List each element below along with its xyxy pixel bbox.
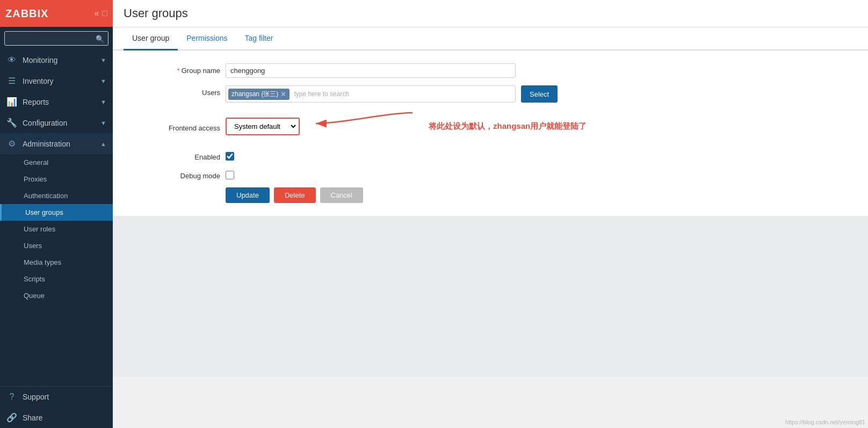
sidebar-item-configuration[interactable]: 🔧 Configuration ▼ <box>0 112 113 133</box>
sidebar-item-proxies[interactable]: Proxies <box>0 171 113 187</box>
configuration-icon: 🔧 <box>6 118 17 128</box>
sidebar-item-users[interactable]: Users <box>0 237 113 254</box>
group-name-control <box>226 63 516 78</box>
tab-user-group[interactable]: User group <box>124 27 178 50</box>
gray-area <box>113 216 868 377</box>
frontend-access-row: Frontend access System default Internal … <box>124 110 857 142</box>
inventory-icon: ☰ <box>6 76 17 86</box>
enabled-label: Enabled <box>124 150 220 161</box>
form-buttons: Update Delete Cancel <box>226 187 857 203</box>
sidebar-item-reports[interactable]: 📊 Reports ▼ <box>0 91 113 112</box>
layout-icon[interactable]: □ <box>102 9 107 18</box>
frontend-access-select-wrap: System default Internal LDAP Disabled <box>226 118 300 135</box>
tab-permissions[interactable]: Permissions <box>178 27 236 50</box>
chevron-icon: ▼ <box>100 99 106 105</box>
nav-section: 👁 Monitoring ▼ ☰ Inventory ▼ 📊 Reports ▼… <box>0 50 113 304</box>
sidebar-item-label: Administration <box>23 140 70 148</box>
user-tag-label: zhangsan (张三) <box>232 90 278 99</box>
topbar: User groups <box>113 0 868 27</box>
sidebar-item-monitoring[interactable]: 👁 Monitoring ▼ <box>0 50 113 70</box>
red-arrow-annotation <box>310 107 418 140</box>
page-title: User groups <box>124 6 188 20</box>
update-button[interactable]: Update <box>226 187 270 203</box>
cancel-button[interactable]: Cancel <box>320 187 363 203</box>
frontend-access-label: Frontend access <box>124 121 220 132</box>
monitoring-icon: 👁 <box>6 55 17 65</box>
search-box[interactable]: 🔍 <box>4 31 108 46</box>
enabled-row: Enabled <box>124 150 857 161</box>
sidebar-item-inventory[interactable]: ☰ Inventory ▼ <box>0 70 113 91</box>
sidebar-item-label: Support <box>23 393 49 401</box>
debug-mode-row: Debug mode <box>124 169 857 180</box>
sidebar-item-label: Reports <box>23 98 49 106</box>
users-control: zhangsan (张三) ✕ type here to search <box>226 85 516 103</box>
sidebar-item-general[interactable]: General <box>0 154 113 171</box>
sidebar-item-label: Monitoring <box>23 56 57 64</box>
sidebar-header: ZABBIX « □ <box>0 0 113 27</box>
delete-button[interactable]: Delete <box>274 187 316 203</box>
debug-mode-label: Debug mode <box>124 169 220 180</box>
sidebar-item-scripts[interactable]: Scripts <box>0 271 113 287</box>
chevron-icon: ▼ <box>100 78 106 84</box>
chevron-icon: ▲ <box>100 141 106 147</box>
annotation-text: 将此处设为默认，zhangsan用户就能登陆了 <box>429 121 587 132</box>
users-input-wrap[interactable]: zhangsan (张三) ✕ type here to search <box>226 85 516 103</box>
tab-tag-filter[interactable]: Tag filter <box>236 27 282 50</box>
content-area: User group Permissions Tag filter *Group… <box>113 27 868 428</box>
search-hint: type here to search <box>292 89 351 99</box>
sidebar-item-label: Inventory <box>23 77 54 85</box>
sidebar-item-support[interactable]: ? Support <box>0 387 113 407</box>
enabled-control <box>226 150 234 161</box>
sidebar-item-authentication[interactable]: Authentication <box>0 187 113 204</box>
required-star: * <box>177 67 180 75</box>
group-name-row: *Group name <box>124 63 857 78</box>
main-content: User groups User group Permissions Tag f… <box>113 0 868 428</box>
sidebar-header-icons: « □ <box>94 9 107 18</box>
chevron-icon: ▼ <box>100 57 106 63</box>
support-icon: ? <box>6 392 17 402</box>
administration-icon: ⚙ <box>6 139 17 149</box>
zabbix-logo[interactable]: ZABBIX <box>5 8 48 20</box>
select-button[interactable]: Select <box>521 85 558 103</box>
collapse-icon[interactable]: « <box>94 9 99 18</box>
share-icon: 🔗 <box>6 412 17 423</box>
users-row: Users zhangsan (张三) ✕ type here to searc… <box>124 85 857 103</box>
sidebar: ZABBIX « □ 🔍 👁 Monitoring ▼ ☰ Inventory … <box>0 0 113 428</box>
debug-mode-control <box>226 169 234 179</box>
chevron-icon: ▼ <box>100 120 106 126</box>
sidebar-item-media-types[interactable]: Media types <box>0 254 113 271</box>
sidebar-item-label: Share <box>23 414 42 422</box>
user-tag: zhangsan (张三) ✕ <box>228 89 290 100</box>
reports-icon: 📊 <box>6 97 17 107</box>
sidebar-item-administration[interactable]: ⚙ Administration ▲ <box>0 133 113 154</box>
enabled-checkbox[interactable] <box>226 152 234 161</box>
sidebar-bottom: ? Support 🔗 Share <box>0 386 113 428</box>
sidebar-item-user-roles[interactable]: User roles <box>0 221 113 237</box>
form-area: *Group name Users zhangsan (张三) ✕ <box>113 50 868 216</box>
search-input[interactable] <box>4 31 108 46</box>
sidebar-item-user-groups[interactable]: User groups <box>0 204 113 221</box>
search-icon: 🔍 <box>96 34 104 42</box>
users-label: Users <box>124 85 220 97</box>
remove-user-icon[interactable]: ✕ <box>280 90 286 98</box>
group-name-label: *Group name <box>124 63 220 75</box>
watermark: https://blog.csdn.net/yeming81 <box>785 419 865 425</box>
sidebar-item-queue[interactable]: Queue <box>0 287 113 304</box>
group-name-input[interactable] <box>226 63 516 78</box>
sidebar-item-share[interactable]: 🔗 Share <box>0 407 113 428</box>
frontend-access-select[interactable]: System default Internal LDAP Disabled <box>228 120 298 133</box>
debug-mode-checkbox[interactable] <box>226 171 234 179</box>
sidebar-item-label: Configuration <box>23 119 67 127</box>
tabs-bar: User group Permissions Tag filter <box>113 27 868 50</box>
